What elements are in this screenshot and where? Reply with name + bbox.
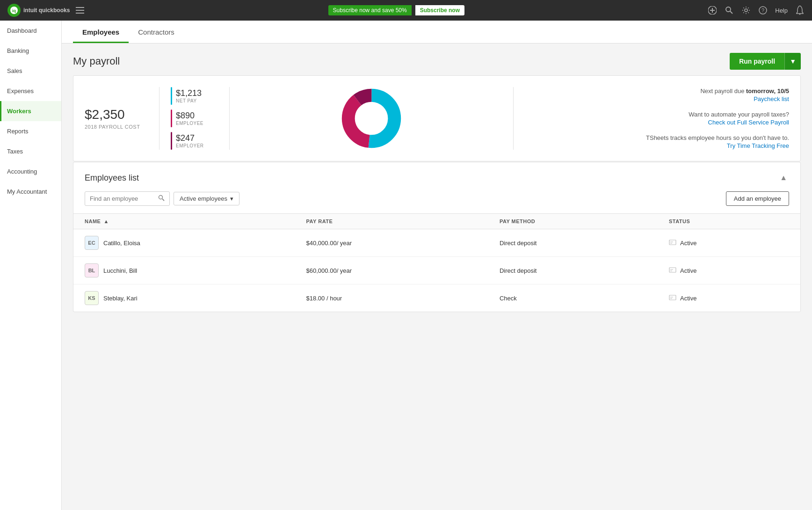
paycheck-icon bbox=[669, 294, 676, 303]
subscribe-banner-text: Subscribe now and save 50% bbox=[328, 5, 412, 15]
collapse-section-button[interactable]: ▲ bbox=[778, 172, 789, 184]
donut-svg bbox=[341, 88, 402, 149]
sidebar-item-dashboard[interactable]: Dashboard bbox=[0, 21, 61, 41]
employee-pay-method: Direct deposit bbox=[488, 229, 658, 257]
run-payroll-wrapper: Run payroll ▼ bbox=[730, 53, 801, 70]
svg-point-10 bbox=[745, 9, 747, 12]
search-icon bbox=[158, 195, 165, 203]
automate-taxes-row: Want to automate your payroll taxes? Che… bbox=[529, 111, 790, 126]
employee-name-cell: BL Lucchini, Bill bbox=[73, 257, 295, 284]
breakdown-item-netpay: $1,213 NET PAY bbox=[171, 87, 218, 105]
sidebar-item-sales[interactable]: Sales bbox=[0, 61, 61, 81]
col-status: STATUS bbox=[658, 214, 800, 229]
employee-search-box bbox=[85, 191, 170, 206]
search-input[interactable] bbox=[90, 195, 155, 202]
svg-rect-4 bbox=[76, 13, 84, 14]
table-row[interactable]: BL Lucchini, Bill $60,000.00/ year Direc… bbox=[73, 257, 800, 284]
breakdown-item-employer: $247 EMPLOYER bbox=[171, 132, 218, 150]
svg-rect-23 bbox=[669, 268, 676, 272]
topbar-right: ? Help bbox=[708, 6, 805, 15]
dropdown-chevron-icon: ▾ bbox=[230, 195, 233, 202]
payroll-header: My payroll Run payroll ▼ bbox=[73, 53, 801, 70]
sidebar-item-workers[interactable]: Workers bbox=[0, 101, 61, 121]
employee-pay-method: Direct deposit bbox=[488, 257, 658, 284]
svg-rect-3 bbox=[76, 10, 84, 11]
sidebar-item-taxes[interactable]: Taxes bbox=[0, 141, 61, 161]
tsheets-row: TSheets tracks employee hours so you don… bbox=[529, 134, 790, 149]
sidebar-item-my-accountant[interactable]: My Accountant bbox=[0, 182, 61, 202]
svg-text:iq: iq bbox=[12, 8, 16, 13]
table-row[interactable]: KS Steblay, Kari $18.00 / hour Check Act… bbox=[73, 284, 800, 312]
subscribe-now-button[interactable]: Subscribe now bbox=[415, 5, 464, 15]
svg-rect-2 bbox=[76, 7, 84, 8]
employee-status-badge: Active bbox=[680, 295, 696, 302]
paycheck-icon bbox=[669, 266, 676, 275]
tab-employees[interactable]: Employees bbox=[73, 21, 129, 43]
employee-name-cell: EC Catillo, Eloisa bbox=[73, 229, 295, 257]
sidebar-item-banking[interactable]: Banking bbox=[0, 41, 61, 61]
table-header-row: NAME ▲ PAY RATE PAY METHOD STATUS bbox=[73, 214, 800, 229]
breakdown-label-netpay: NET PAY bbox=[176, 98, 202, 103]
breakdown-label-employee: EMPLOYEE bbox=[176, 121, 203, 126]
topbar-left: iq intuit quickbooks bbox=[7, 4, 85, 17]
breakdown-bar-netpay bbox=[171, 87, 172, 105]
help-label[interactable]: Help bbox=[775, 7, 788, 14]
plus-icon[interactable] bbox=[708, 6, 717, 15]
employees-table-body: EC Catillo, Eloisa $40,000.00/ year Dire… bbox=[73, 229, 800, 312]
logo-text: intuit quickbooks bbox=[23, 7, 70, 14]
payroll-cost-amount: $2,350 bbox=[85, 107, 148, 122]
employee-avatar: KS bbox=[85, 291, 99, 305]
employee-status-badge: Active bbox=[680, 240, 696, 247]
search-icon[interactable] bbox=[725, 6, 734, 15]
time-tracking-link[interactable]: Try Time Tracking Free bbox=[529, 142, 790, 149]
tabs-bar: Employees Contractors bbox=[62, 21, 812, 44]
full-service-payroll-link[interactable]: Check out Full Service Payroll bbox=[529, 119, 790, 126]
tsheets-text: TSheets tracks employee hours so you don… bbox=[646, 134, 789, 141]
col-name: NAME ▲ bbox=[73, 214, 295, 229]
payroll-donut-chart bbox=[230, 87, 514, 150]
sort-icon[interactable]: ▲ bbox=[103, 219, 109, 224]
notifications-icon[interactable] bbox=[795, 6, 805, 15]
breakdown-label-employer: EMPLOYER bbox=[176, 143, 204, 148]
sidebar-item-accounting[interactable]: Accounting bbox=[0, 161, 61, 182]
employee-avatar: EC bbox=[85, 236, 99, 250]
table-header: NAME ▲ PAY RATE PAY METHOD STATUS bbox=[73, 214, 800, 229]
employee-status-cell: Active bbox=[658, 229, 800, 257]
employees-list-title: Employees list bbox=[85, 173, 139, 183]
table-row[interactable]: EC Catillo, Eloisa $40,000.00/ year Dire… bbox=[73, 229, 800, 257]
sidebar-item-reports[interactable]: Reports bbox=[0, 121, 61, 141]
svg-rect-26 bbox=[669, 295, 676, 300]
employee-avatar: BL bbox=[85, 263, 99, 277]
svg-point-18 bbox=[159, 196, 163, 199]
hamburger-icon[interactable] bbox=[75, 6, 85, 15]
employees-section: Employees list ▲ Active employees ▾ bbox=[73, 162, 801, 312]
employee-status-cell: Active bbox=[658, 257, 800, 284]
breakdown-bar-employer bbox=[171, 132, 172, 150]
employees-toolbar: Active employees ▾ Add an employee bbox=[73, 191, 800, 213]
employees-table: NAME ▲ PAY RATE PAY METHOD STATUS EC Cat… bbox=[73, 213, 800, 312]
breakdown-bar-employee bbox=[171, 109, 172, 127]
breakdown-amount-employer: $247 bbox=[176, 133, 204, 143]
breakdown-info-employer: $247 EMPLOYER bbox=[176, 133, 204, 148]
svg-point-8 bbox=[726, 7, 731, 12]
employee-pay-rate: $18.00 / hour bbox=[295, 284, 488, 312]
add-employee-button[interactable]: Add an employee bbox=[726, 191, 789, 206]
employee-status-cell: Active bbox=[658, 284, 800, 312]
topbar: iq intuit quickbooks Subscribe now and s… bbox=[0, 0, 812, 21]
employee-status-badge: Active bbox=[680, 267, 696, 274]
settings-icon[interactable] bbox=[741, 6, 751, 15]
run-payroll-dropdown-button[interactable]: ▼ bbox=[784, 53, 801, 70]
sidebar-item-expenses[interactable]: Expenses bbox=[0, 81, 61, 101]
help-icon[interactable]: ? bbox=[758, 6, 768, 15]
status-filter-dropdown[interactable]: Active employees ▾ bbox=[174, 192, 239, 205]
employee-pay-rate: $60,000.00/ year bbox=[295, 257, 488, 284]
svg-rect-20 bbox=[669, 240, 676, 245]
paycheck-icon bbox=[669, 239, 676, 248]
tab-contractors[interactable]: Contractors bbox=[129, 21, 184, 43]
col-pay-method: PAY METHOD bbox=[488, 214, 658, 229]
subscribe-banner-area: Subscribe now and save 50% Subscribe now bbox=[328, 5, 464, 15]
breakdown-info-employee: $890 EMPLOYEE bbox=[176, 111, 203, 126]
run-payroll-button[interactable]: Run payroll bbox=[730, 53, 784, 70]
employee-name-cell: KS Steblay, Kari bbox=[73, 284, 295, 312]
paycheck-list-link[interactable]: Paycheck list bbox=[529, 95, 790, 102]
